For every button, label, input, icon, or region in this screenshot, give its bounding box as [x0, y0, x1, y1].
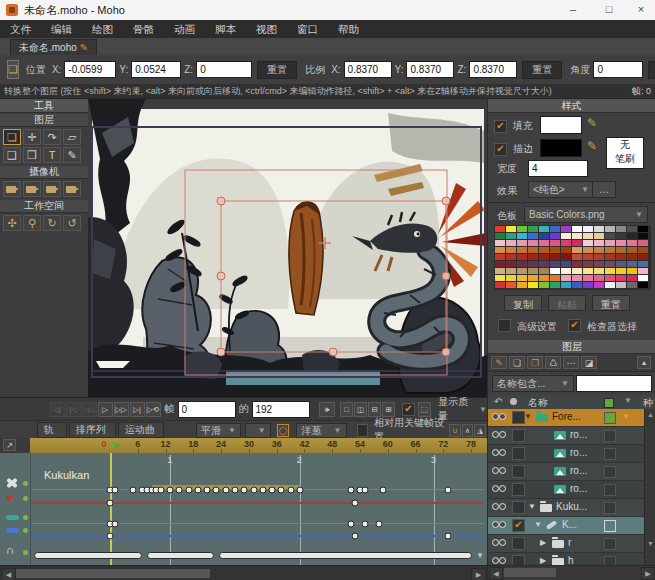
position-y-input[interactable]: [131, 61, 181, 78]
keyframe-dot[interactable]: [213, 486, 220, 493]
palette-color-2-8[interactable]: [583, 240, 594, 247]
palette-color-4-13[interactable]: [638, 254, 649, 261]
palette-color-4-8[interactable]: [583, 254, 594, 261]
palette-color-4-6[interactable]: [561, 254, 572, 261]
fast-forward-button[interactable]: ▷▷: [114, 402, 129, 417]
keyframe-dot[interactable]: [176, 486, 183, 493]
menu-item-3[interactable]: 骨骼: [123, 21, 164, 38]
keyframe-dot[interactable]: [444, 532, 451, 539]
camera-track-segment[interactable]: [34, 552, 142, 559]
palette-color-6-1[interactable]: [506, 268, 517, 275]
layer-checkbox[interactable]: [512, 555, 525, 565]
palette-color-6-10[interactable]: [605, 268, 616, 275]
layer-checkbox[interactable]: [512, 483, 525, 496]
palette-color-2-3[interactable]: [528, 240, 539, 247]
keyframe-dot[interactable]: [287, 486, 294, 493]
palette-color-7-4[interactable]: [539, 275, 550, 282]
palette-color-3-13[interactable]: [638, 247, 649, 254]
keyframe-dot[interactable]: [380, 486, 387, 493]
delete-layer-icon[interactable]: ♺: [545, 356, 561, 369]
smart-bone-channel-icon[interactable]: ♥: [6, 490, 14, 505]
menu-item-7[interactable]: 窗口: [287, 21, 328, 38]
palette-color-8-13[interactable]: [638, 282, 649, 289]
timeline-hscrollbar[interactable]: ◀ ▶: [0, 565, 487, 580]
timeline-scroll-left-icon[interactable]: ◀: [1, 568, 16, 580]
palette-color-3-6[interactable]: [561, 247, 572, 254]
palette-color-2-4[interactable]: [539, 240, 550, 247]
palette-color-0-0[interactable]: [495, 226, 506, 233]
palette-color-5-12[interactable]: [627, 261, 638, 268]
layer-row[interactable]: ro...: [488, 481, 644, 499]
layer-visibility-eye-icon[interactable]: [492, 538, 507, 548]
mute-audio-icon[interactable]: 🕪: [319, 402, 335, 417]
keyframe-dot[interactable]: [347, 486, 354, 493]
palette-color-8-3[interactable]: [528, 282, 539, 289]
keyframe-dot[interactable]: [107, 499, 114, 506]
document-tab[interactable]: 未命名.moho✎: [10, 39, 97, 56]
layer-checkbox[interactable]: [512, 501, 525, 514]
palette-color-8-10[interactable]: [605, 282, 616, 289]
roll-camera-tool[interactable]: [43, 181, 61, 197]
timeline-track-area[interactable]: 123Kukulkan♥∩▼: [0, 453, 487, 565]
palette-color-7-11[interactable]: [616, 275, 627, 282]
layer-checkbox[interactable]: [512, 447, 525, 460]
palette-color-3-3[interactable]: [528, 247, 539, 254]
palette-color-4-10[interactable]: [605, 254, 616, 261]
layer-status-square[interactable]: [604, 520, 616, 532]
palette-color-8-11[interactable]: [616, 282, 627, 289]
palette-color-7-9[interactable]: [594, 275, 605, 282]
keyframe-dot[interactable]: [296, 486, 303, 493]
pan-workspace-tool[interactable]: ✣: [3, 215, 21, 231]
current-frame-input[interactable]: [178, 401, 236, 418]
layer-checkbox[interactable]: [512, 465, 525, 478]
layer-checkbox[interactable]: [512, 429, 525, 442]
palette-color-1-10[interactable]: [605, 233, 616, 240]
expand-timeline-icon[interactable]: ↗: [3, 439, 16, 451]
palette-color-8-6[interactable]: [561, 282, 572, 289]
paste-style-button[interactable]: 粘贴: [548, 295, 586, 311]
palette-color-6-5[interactable]: [550, 268, 561, 275]
layer-visibility-eye-icon[interactable]: [492, 412, 507, 422]
advanced-settings-checkbox[interactable]: [498, 319, 511, 332]
palette-color-3-7[interactable]: [572, 247, 583, 254]
palette-color-1-13[interactable]: [638, 233, 649, 240]
palette-color-2-5[interactable]: [550, 240, 561, 247]
palette-color-7-3[interactable]: [528, 275, 539, 282]
keyframe-dot[interactable]: [250, 486, 257, 493]
display-quality-dropdown-icon[interactable]: ▼: [479, 405, 487, 414]
palette-color-7-2[interactable]: [517, 275, 528, 282]
reset-angle-button[interactable]: 重置: [648, 61, 655, 79]
playhead-marker-icon[interactable]: ▶: [113, 440, 120, 450]
camera-channel-icon[interactable]: ∩: [6, 543, 15, 557]
palette-color-4-4[interactable]: [539, 254, 550, 261]
stroke-color-swatch[interactable]: [540, 139, 582, 157]
interpolation-dropdown[interactable]: ▼平滑: [196, 423, 241, 438]
onion-skin-dropdown[interactable]: ▼洋葱皮: [296, 423, 346, 438]
palette-color-6-8[interactable]: [583, 268, 594, 275]
timeline-scroll-right-icon[interactable]: ▶: [471, 568, 486, 580]
palette-color-3-1[interactable]: [506, 247, 517, 254]
more-layer-options-icon[interactable]: ⋯: [563, 356, 579, 369]
angle-input[interactable]: [593, 61, 643, 78]
palette-color-2-9[interactable]: [594, 240, 605, 247]
layer-expand-icon[interactable]: ▶: [540, 538, 546, 547]
menu-item-1[interactable]: 编辑: [41, 21, 82, 38]
keyframe-dot[interactable]: [241, 486, 248, 493]
palette-color-0-13[interactable]: [638, 226, 649, 233]
scroll-down-icon[interactable]: ▼: [645, 540, 655, 547]
keyframe-dot[interactable]: [204, 486, 211, 493]
close-button[interactable]: ×: [633, 2, 649, 18]
layer-row[interactable]: ro...: [488, 427, 644, 445]
hscroll-thumb[interactable]: [504, 568, 556, 577]
layer-status-square[interactable]: [604, 412, 616, 424]
zoom-camera-tool[interactable]: [23, 181, 41, 197]
palette-color-5-8[interactable]: [583, 261, 594, 268]
palette-color-3-0[interactable]: [495, 247, 506, 254]
palette-color-0-2[interactable]: [517, 226, 528, 233]
palette-color-2-0[interactable]: [495, 240, 506, 247]
palette-color-8-2[interactable]: [517, 282, 528, 289]
track-scroll-down-icon[interactable]: ▼: [476, 551, 484, 560]
palette-color-6-13[interactable]: [638, 268, 649, 275]
palette-color-6-0[interactable]: [495, 268, 506, 275]
layer-filter-input[interactable]: [576, 375, 652, 392]
